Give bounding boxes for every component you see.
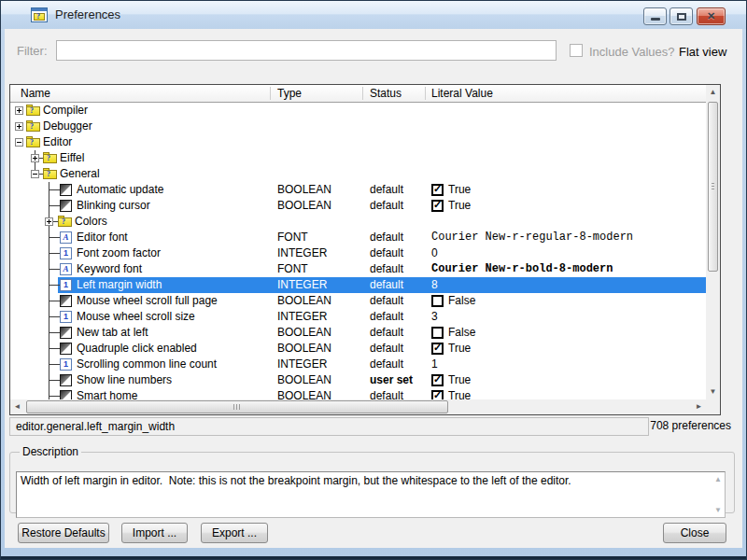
vertical-scrollbar[interactable]: ▲ ▼ [706,85,720,399]
expand-toggle[interactable] [45,217,53,226]
folder-icon: ? [26,120,40,132]
tree-row-compiler[interactable]: ?Compiler [10,103,706,119]
tree-row-automatic-update[interactable]: Automatic updateBOOLEANdefault✓True [10,182,706,198]
preference-name: Colors [75,214,107,230]
export-button[interactable]: Export ... [201,523,268,543]
column-header-name[interactable]: Name [21,85,50,102]
value-checkbox[interactable]: ✓ [431,184,444,196]
preference-value: 0 [431,245,438,261]
app-icon-question-mark: ? [36,12,40,21]
value-checkbox[interactable]: ✓ [431,343,444,355]
window-close-button[interactable]: ✕ [697,7,726,25]
maximize-button[interactable] [669,7,693,25]
tree-row-mouse-wheel-scroll-full-page[interactable]: Mouse wheel scroll full pageBOOLEANdefau… [10,293,706,309]
column-divider[interactable] [362,87,363,100]
import-button[interactable]: Import ... [121,523,188,543]
column-header-status[interactable]: Status [370,85,402,102]
preference-name: Compiler [43,103,88,119]
horizontal-scroll-thumb[interactable] [26,400,448,413]
restore-defaults-button[interactable]: Restore Defaults [18,523,109,543]
integer-icon: 1 [60,279,72,291]
preference-value: 8 [431,277,438,293]
vertical-scroll-thumb[interactable] [708,102,718,272]
tree-row-blinking-cursor[interactable]: Blinking cursorBOOLEANdefault✓True [10,198,706,214]
tree-row-general[interactable]: ?General [10,166,706,182]
preference-status: default [370,325,403,341]
flat-view-button[interactable]: Flat view [679,45,726,59]
preference-name: Scrolling common line count [77,357,217,372]
boolean-icon [60,184,72,196]
boolean-icon [60,200,72,212]
filter-input[interactable] [56,40,557,61]
include-values-checkbox[interactable] [570,44,583,57]
boolean-icon [60,343,72,355]
expand-toggle[interactable] [15,122,23,131]
value-checkbox[interactable]: ✓ [431,390,444,399]
preferences-tree-grid: Name Type Status Literal Value ?Compiler… [9,84,721,415]
preference-type: INTEGER [277,245,327,261]
preference-value: True [448,388,471,399]
tree-row-colors[interactable]: ?Colors [10,214,706,230]
preference-type: BOOLEAN [277,198,331,214]
collapse-toggle[interactable] [31,170,39,178]
preference-name: Smart home [77,388,137,399]
close-dialog-button[interactable]: Close [663,523,726,543]
tree-row-scrolling-common-line-count[interactable]: 1Scrolling common line countINTEGERdefau… [10,357,706,372]
expand-toggle[interactable] [31,154,39,162]
expand-toggle[interactable] [15,106,23,115]
scroll-up-icon[interactable]: ▲ [706,85,720,100]
minimize-button[interactable] [643,7,667,25]
scroll-right-icon[interactable]: ► [692,399,706,414]
preference-status: default [370,198,403,214]
preference-value: 1 [431,357,438,372]
column-header-type[interactable]: Type [277,85,302,102]
tree-connector-line [49,380,60,381]
description-legend: Description [20,445,81,458]
scroll-down-icon[interactable]: ▼ [706,385,720,399]
tree-rows-viewport: ?Compiler?Debugger?Editor?Eiffel?General… [10,103,706,399]
value-checkbox[interactable] [431,327,444,339]
preference-value: True [448,198,471,214]
tree-row-keyword-font[interactable]: AKeyword fontFONTdefaultCourier New-r-bo… [10,261,706,277]
tree-row-editor[interactable]: ?Editor [10,134,706,150]
grid-header: Name Type Status Literal Value [10,85,706,103]
preference-name: Keyword font [77,261,142,277]
tree-row-quadruple-click-enabled[interactable]: Quadruple click enabledBOOLEANdefault✓Tr… [10,341,706,357]
boolean-icon [60,295,72,307]
description-scroll-down-icon[interactable]: ▼ [714,506,722,514]
column-divider[interactable] [270,87,271,100]
value-checkbox[interactable]: ✓ [431,374,444,386]
value-checkbox[interactable]: ✓ [431,200,444,212]
tree-row-left-margin-width[interactable]: 1Left margin widthINTEGERdefault8 [10,277,706,293]
tree-row-font-zoom-factor[interactable]: 1Font zoom factorINTEGERdefault0 [10,245,706,261]
preference-value: Courier New-r-regular-8-modern [431,230,633,245]
horizontal-scrollbar[interactable]: ◄ ► [10,399,706,414]
tree-row-eiffel[interactable]: ?Eiffel [10,150,706,166]
column-header-literal[interactable]: Literal Value [431,85,493,102]
dialog-client-area: Filter: Include Values? Flat view Name T… [5,29,742,548]
scroll-left-icon[interactable]: ◄ [10,399,24,414]
collapse-toggle[interactable] [15,138,23,147]
tree-row-new-tab-at-left[interactable]: New tab at leftBOOLEANdefaultFalse [10,325,706,341]
column-divider[interactable] [425,87,426,100]
boolean-icon [60,374,72,386]
filter-label: Filter: [17,44,48,58]
tree-row-smart-home[interactable]: Smart homeBOOLEANdefault✓True [10,388,706,399]
selected-preference-path: editor.general.left_margin_width [9,417,649,436]
preference-type: INTEGER [277,277,327,293]
tree-connector-line [49,205,60,206]
tree-row-editor-font[interactable]: AEditor fontFONTdefaultCourier New-r-reg… [10,230,706,245]
app-icon-titlebar-stripe [32,8,47,11]
minimize-icon [651,18,660,21]
preference-status: default [370,230,403,245]
description-scroll-up-icon[interactable]: ▲ [714,475,722,483]
tree-row-show-line-numbers[interactable]: Show line numbersBOOLEANuser set✓True [10,372,706,388]
maximize-icon [677,13,686,21]
preference-value: 3 [431,309,438,325]
value-checkbox[interactable] [431,295,444,307]
tree-row-debugger[interactable]: ?Debugger [10,119,706,134]
preference-value: True [448,372,471,388]
scroll-thumb-grip [233,404,240,410]
tree-connector-line [49,316,60,317]
tree-row-mouse-wheel-scroll-size[interactable]: 1Mouse wheel scroll sizeINTEGERdefault3 [10,309,706,325]
